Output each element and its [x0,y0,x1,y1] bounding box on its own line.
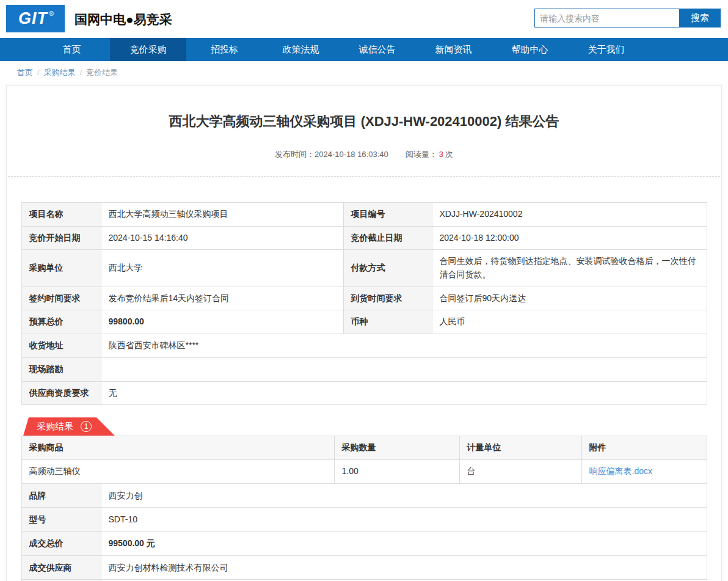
detail-value-winning-supplier: 西安力创材料检测技术有限公司 [101,555,707,579]
detail-label-winning-supplier: 成交供应商 [21,555,101,579]
detail-label-deal-total-price: 成交总价 [21,532,101,555]
col-header-attachment: 附件 [581,436,707,460]
site-title: 国网中电●易竞采 [75,11,172,28]
info-label-currency: 币种 [343,310,432,334]
breadcrumb-separator: / [37,68,40,77]
info-label-bid-start-date: 竞价开始日期 [21,226,101,250]
table-row: 采购单位 西北大学 付款方式 合同生效后，待货物到达指定地点、安装调试验收合格后… [21,250,707,287]
product-unit-cell: 台 [459,459,581,483]
detail-label-model: 型号 [21,507,101,531]
info-value-project-name: 西北大学高频动三轴仪采购项目 [101,203,343,227]
table-row: 签约时间要求 发布竞价结果后14天内签订合同 到货时间要求 合同签订后90天内送… [21,287,707,310]
nav-item-tendering[interactable]: 招投标 [186,38,263,61]
info-value-purchasing-unit: 西北大学 [101,250,343,287]
attachment-cell: 响应偏离表.docx [581,459,707,483]
info-value-budget-total: 99800.00 [101,310,343,334]
info-label-site-survey: 现场踏勘 [21,357,101,381]
nav-item-integrity-notices[interactable]: 诚信公告 [339,38,415,61]
info-label-delivery-time: 到货时间要求 [343,287,432,310]
project-info-table: 项目名称 西北大学高频动三轴仪采购项目 项目编号 XDJJ-HW-2024100… [21,202,707,405]
badge-count: 1 [81,421,92,432]
info-value-site-survey [101,357,707,381]
col-header-quantity: 采购数量 [334,436,459,460]
detail-label-brand: 品牌 [21,483,101,507]
page-title: 西北大学高频动三轴仪采购项目 (XDJJ-HW-202410002) 结果公告 [7,112,721,131]
detail-value-brand: 西安力创 [101,483,707,507]
nav-item-about-us[interactable]: 关于我们 [568,38,644,61]
publish-time-label: 发布时间： [275,150,315,159]
product-quantity-cell: 1.00 [334,459,459,483]
table-row: 现场踏勘 [21,357,707,381]
info-value-bid-start-date: 2024-10-15 14:16:40 [101,226,343,250]
info-label-bid-end-date: 竞价截止日期 [343,226,432,250]
table-row: 成交供应商 西安力创材料检测技术有限公司 [21,555,707,579]
breadcrumb-home[interactable]: 首页 [17,68,33,77]
info-label-delivery-address: 收货地址 [21,334,101,358]
result-detail-table: 品牌 西安力创 型号 SDT-10 成交总价 99500.00 元 成交供应商 … [21,483,707,581]
nav-item-home[interactable]: 首页 [34,38,110,61]
nav-item-policies[interactable]: 政策法规 [263,38,339,61]
table-row: 预算总价 99800.00 币种 人民币 [21,310,707,334]
info-value-currency: 人民币 [432,310,707,334]
views-unit: 次 [445,150,453,159]
table-row: 品牌 西安力创 [21,483,707,507]
table-row: 成交总价 99500.00 元 [21,532,707,555]
info-value-project-number: XDJJ-HW-202410002 [432,203,707,227]
info-value-delivery-time: 合同签订后90天内送达 [432,287,707,310]
article-meta: 发布时间：2024-10-18 16:03:40阅读量：3次 [7,149,721,160]
info-label-payment-method: 付款方式 [343,250,432,287]
logo-text: GIT [18,9,48,28]
search-bar: 搜索 [534,9,721,27]
views-label: 阅读量： [406,150,437,159]
table-header-row: 采购商品 采购数量 计量单位 附件 [21,436,707,460]
info-value-delivery-address: 陕西省西安市碑林区**** [101,334,707,358]
breadcrumb-separator: / [80,68,82,77]
detail-value-model: SDT-10 [101,507,707,531]
col-header-product: 采购商品 [21,436,334,460]
registered-trademark-icon: ® [49,10,54,17]
info-label-signing-time: 签约时间要求 [21,287,101,310]
main-nav: 首页 竞价采购 招投标 政策法规 诚信公告 新闻资讯 帮助中心 关于我们 [0,38,728,61]
table-row: 项目名称 西北大学高频动三轴仪采购项目 项目编号 XDJJ-HW-2024100… [21,203,707,227]
table-row: 供应商资质要求 无 [21,381,707,405]
info-label-project-number: 项目编号 [343,203,432,227]
info-label-supplier-qualification: 供应商资质要求 [21,381,101,405]
site-logo[interactable]: GIT® [6,5,65,32]
nav-item-help-center[interactable]: 帮助中心 [492,38,568,61]
info-value-supplier-qualification: 无 [101,381,707,405]
nav-item-news[interactable]: 新闻资讯 [415,38,492,61]
info-value-payment-method: 合同生效后，待货物到达指定地点、安装调试验收合格后，一次性付清合同货款。 [432,250,707,287]
badge-label: 采购结果 [37,421,73,433]
breadcrumb-current: 竞价结果 [86,68,118,77]
attachment-link[interactable]: 响应偏离表.docx [589,466,652,476]
search-button[interactable]: 搜索 [679,9,721,27]
procurement-result-badge: 采购结果 1 [23,417,115,436]
table-row: 型号 SDT-10 [21,507,707,531]
info-value-signing-time: 发布竞价结果后14天内签订合同 [101,287,343,310]
table-row: 高频动三轴仪 1.00 台 响应偏离表.docx [21,459,707,483]
col-header-unit: 计量单位 [459,436,581,460]
search-input[interactable] [534,9,679,27]
result-product-table: 采购商品 采购数量 计量单位 附件 高频动三轴仪 1.00 台 响应偏离表.do… [21,436,707,483]
table-row: 竞价开始日期 2024-10-15 14:16:40 竞价截止日期 2024-1… [21,226,707,250]
views-count: 3 [439,150,443,159]
breadcrumb-procurement-results[interactable]: 采购结果 [44,68,76,77]
info-label-purchasing-unit: 采购单位 [21,250,101,287]
product-name-cell: 高频动三轴仪 [21,459,334,483]
table-row: 收货地址 陕西省西安市碑林区**** [21,334,707,358]
top-header: GIT® 国网中电●易竞采 搜索 [0,0,728,38]
dashed-divider [8,176,720,177]
publish-time-value: 2024-10-18 16:03:40 [315,150,388,159]
detail-value-deal-total-price: 99500.00 元 [101,532,707,555]
nav-item-bidding-procurement[interactable]: 竞价采购 [110,38,186,61]
info-label-project-name: 项目名称 [21,203,101,227]
announcement-card: 西北大学高频动三轴仪采购项目 (XDJJ-HW-202410002) 结果公告 … [6,85,722,581]
info-value-bid-end-date: 2024-10-18 12:00:00 [432,226,707,250]
info-label-budget-total: 预算总价 [21,310,101,334]
breadcrumb: 首页/采购结果/竞价结果 [0,61,728,84]
